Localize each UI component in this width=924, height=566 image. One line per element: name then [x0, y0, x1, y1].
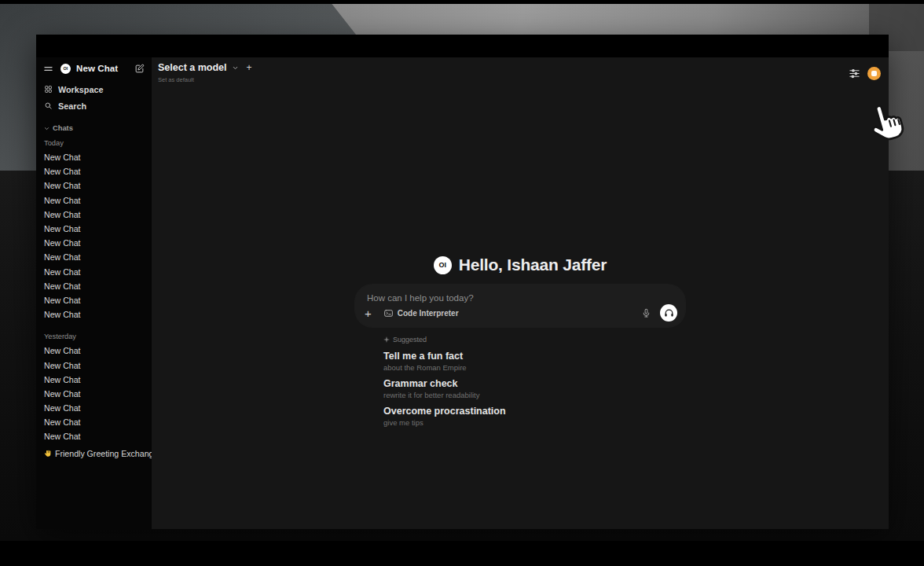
screen: OI New Chat Workspace [0, 0, 924, 566]
suggestion-list: Tell me a fun fact about the Roman Empir… [383, 351, 685, 427]
suggestion-title: Grammar check [383, 378, 685, 389]
sidebar-item-workspace[interactable]: Workspace [36, 83, 152, 96]
chat-list-item[interactable]: New Chat [36, 222, 152, 236]
window-titlebar [36, 35, 889, 57]
workspace-grid-icon [44, 85, 53, 94]
controls-sliders-icon[interactable] [849, 68, 860, 79]
app-logo: OI [60, 64, 71, 74]
chats-section-toggle[interactable]: Chats [36, 123, 152, 133]
suggestion-item[interactable]: Overcome procrastination give me tips [383, 406, 685, 427]
sidebar-toggle-icon[interactable] [43, 64, 53, 74]
chat-list-item[interactable]: New Chat [36, 415, 152, 429]
model-chevron-icon[interactable] [232, 64, 239, 72]
new-chat-icon[interactable] [134, 64, 145, 74]
chat-list-item[interactable]: New Chat [36, 164, 152, 178]
code-interpreter-icon [383, 308, 394, 318]
suggestion-title: Tell me a fun fact [383, 351, 685, 362]
model-selector[interactable]: Select a model [158, 62, 227, 73]
add-model-button[interactable]: + [247, 62, 252, 73]
chat-list-item[interactable]: New Chat [36, 358, 152, 372]
chat-list-item[interactable]: New Chat [36, 265, 152, 279]
code-interpreter-toggle[interactable]: Code Interpreter [383, 308, 459, 318]
named-chat-title: Friendly Greeting Exchange [55, 449, 152, 458]
chevron-down-icon [44, 126, 50, 131]
greeting-text: Hello, Ishaan Jaffer [459, 255, 607, 274]
chat-list-item-named[interactable]: Friendly Greeting Exchange [36, 447, 152, 461]
voice-call-button[interactable] [660, 304, 677, 322]
suggestion-title: Overcome procrastination [383, 406, 685, 417]
sparkle-icon [383, 336, 390, 343]
wave-emoji-icon [44, 450, 52, 458]
workspace-label: Workspace [58, 85, 103, 94]
suggestion-subtitle: give me tips [383, 418, 685, 427]
app-window: OI New Chat Workspace [36, 35, 889, 529]
code-interpreter-label: Code Interpreter [398, 309, 459, 318]
suggested-label: Suggested [393, 336, 427, 344]
chat-list-item[interactable]: New Chat [36, 387, 152, 401]
chat-list-item[interactable]: New Chat [36, 307, 152, 322]
chat-list-item[interactable]: New Chat [36, 293, 152, 307]
app-logo-large: OI [434, 256, 452, 274]
sidebar-item-search[interactable]: Search [36, 99, 152, 112]
chat-list-yesterday: New ChatNew ChatNew ChatNew ChatNew Chat… [36, 344, 152, 443]
chat-list-item[interactable]: New Chat [36, 373, 152, 387]
composer-input[interactable]: How can I help you today? [367, 293, 474, 303]
avatar-glyph [871, 71, 877, 76]
chat-list-item[interactable]: New Chat [36, 178, 152, 193]
message-composer[interactable]: How can I help you today? + Code Interpr… [355, 285, 685, 327]
suggestion-item[interactable]: Grammar check rewrite it for better read… [383, 378, 685, 399]
chat-list-item[interactable]: New Chat [36, 150, 152, 164]
suggestion-subtitle: about the Roman Empire [383, 363, 685, 372]
microphone-icon[interactable] [641, 308, 651, 318]
suggestion-subtitle: rewrite it for better readability [383, 391, 685, 399]
search-icon [44, 101, 53, 110]
chat-list-item[interactable]: New Chat [36, 208, 152, 222]
sidebar: OI New Chat Workspace [36, 57, 152, 529]
user-avatar[interactable] [867, 67, 881, 80]
chat-list-item[interactable]: New Chat [36, 236, 152, 250]
search-label: Search [58, 101, 86, 111]
chat-list-item[interactable]: New Chat [36, 193, 152, 208]
suggestion-item[interactable]: Tell me a fun fact about the Roman Empir… [383, 351, 685, 372]
chats-label: Chats [53, 124, 73, 132]
attach-button[interactable]: + [365, 307, 372, 319]
chat-list-item[interactable]: New Chat [36, 250, 152, 264]
group-label-today: Today [36, 138, 152, 149]
sidebar-title: New Chat [76, 64, 118, 73]
chat-list-item[interactable]: New Chat [36, 429, 152, 443]
set-as-default-button[interactable]: Set as default [158, 76, 252, 83]
chat-list-today: New ChatNew ChatNew ChatNew ChatNew Chat… [36, 150, 152, 322]
chat-list-item[interactable]: New Chat [36, 344, 152, 358]
chat-list-item[interactable]: New Chat [36, 401, 152, 415]
group-label-yesterday: Yesterday [36, 331, 152, 342]
main-area: Select a model + Set as default [152, 57, 889, 529]
chat-list-item[interactable]: New Chat [36, 279, 152, 293]
